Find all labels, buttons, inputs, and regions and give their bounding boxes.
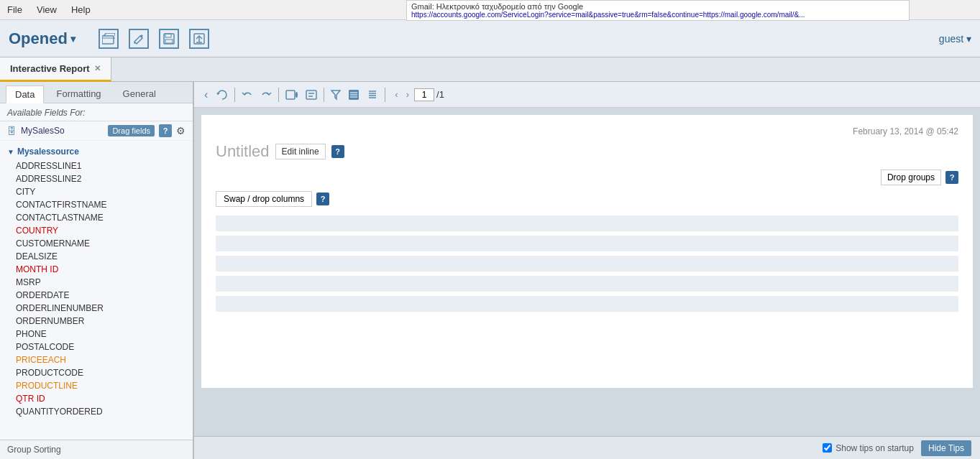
app-title-text: Opened xyxy=(9,29,68,48)
field-item-addressline2[interactable]: ADDRESSLINE2 xyxy=(0,172,193,185)
export-icon[interactable] xyxy=(189,29,209,49)
open-folder-icon[interactable] xyxy=(99,29,119,49)
field-item-contactfirstname[interactable]: CONTACTFIRSTNAME xyxy=(0,198,193,211)
toolbar-separator-3 xyxy=(324,88,324,102)
hide-tips-button[interactable]: Hide Tips xyxy=(921,440,971,456)
field-item-postalcode[interactable]: POSTALCODE xyxy=(0,340,193,353)
group-sorting[interactable]: Group Sorting xyxy=(0,440,193,459)
field-item-dealsize[interactable]: DEALSIZE xyxy=(0,250,193,263)
field-item-productcode[interactable]: PRODUCTCODE xyxy=(0,366,193,379)
field-item-monthid[interactable]: MONTH ID xyxy=(0,263,193,276)
menu-file[interactable]: File xyxy=(7,4,22,15)
placeholder-row-5 xyxy=(216,296,958,312)
field-item-productline[interactable]: PRODUCTLINE xyxy=(0,379,193,392)
menu-help[interactable]: Help xyxy=(71,4,91,15)
canvas-area: February 13, 2014 @ 05:42 Untitled Edit … xyxy=(194,108,980,436)
tab-close-icon[interactable]: ✕ xyxy=(94,64,101,73)
app-title-chevron: ▾ xyxy=(70,33,75,45)
tab-interactive-report[interactable]: Interactive Report ✕ xyxy=(0,57,111,82)
next-page-button[interactable]: › xyxy=(403,88,412,101)
field-item-orderlinenumber[interactable]: ORDERLINENUMBER xyxy=(0,302,193,315)
svg-rect-0 xyxy=(102,36,114,44)
collapse-panel-button[interactable]: ‹ xyxy=(200,87,212,103)
field-item-qtrid[interactable]: QTR ID xyxy=(0,392,193,405)
group-button[interactable] xyxy=(345,88,362,102)
content-area: Data Formatting General Available Fields… xyxy=(0,82,980,459)
undo-button[interactable] xyxy=(239,88,256,102)
field-item-country[interactable]: COUNTRY xyxy=(0,224,193,237)
insert-button[interactable] xyxy=(283,88,301,102)
sub-tab-data[interactable]: Data xyxy=(6,85,44,103)
sub-tabs: Data Formatting General xyxy=(0,82,193,103)
field-item-contactlastname[interactable]: CONTACTLASTNAME xyxy=(0,211,193,224)
refresh-button[interactable] xyxy=(214,88,231,102)
redo-button[interactable] xyxy=(257,88,275,102)
toolbar-icons xyxy=(99,29,209,49)
group-collapse-arrow[interactable]: ▼ xyxy=(7,148,14,156)
field-list: ▼ Mysalessource ADDRESSLINE1 ADDRESSLINE… xyxy=(0,141,193,440)
report-title-text: Untitled xyxy=(216,142,270,161)
list-button[interactable] xyxy=(364,88,381,102)
tab-bar: Interactive Report ✕ xyxy=(0,57,980,82)
menu-view[interactable]: View xyxy=(37,4,57,15)
placeholder-row-4 xyxy=(216,276,958,292)
filter-button[interactable] xyxy=(328,88,344,102)
report-title-row: Untitled Edit inline ? xyxy=(216,142,958,161)
group-sorting-label: Group Sorting xyxy=(7,445,61,455)
toolbar-separator-4 xyxy=(385,88,385,102)
available-fields-header: Available Fields For: xyxy=(0,103,193,121)
toolbar-separator-2 xyxy=(278,88,279,102)
guest-label[interactable]: guest ▾ xyxy=(939,33,971,45)
swap-drop-button[interactable]: Swap / drop columns xyxy=(216,191,312,207)
field-item-city[interactable]: CITY xyxy=(0,185,193,198)
svg-rect-5 xyxy=(286,91,295,99)
main-toolbar: Opened ▾ xyxy=(0,20,980,57)
page-input[interactable] xyxy=(414,88,434,101)
datasource-name[interactable]: MySalesSo xyxy=(21,126,104,136)
query-button[interactable] xyxy=(303,88,320,102)
field-item-quantityordered[interactable]: QUANTITYORDERED xyxy=(0,405,193,418)
url-link: https://accounts.google.com/ServiceLogin… xyxy=(411,11,905,19)
edit-inline-help-button[interactable]: ? xyxy=(331,145,344,158)
drag-fields-button[interactable]: Drag fields xyxy=(108,125,155,136)
show-tips-label: Show tips on startup xyxy=(823,443,914,453)
left-panel: Data Formatting General Available Fields… xyxy=(0,82,194,459)
drop-groups-help-button[interactable]: ? xyxy=(945,171,958,184)
toolbar-separator-1 xyxy=(234,88,235,102)
field-item-ordernumber[interactable]: ORDERNUMBER xyxy=(0,315,193,328)
report-date: February 13, 2014 @ 05:42 xyxy=(216,126,958,136)
svg-rect-3 xyxy=(165,40,173,43)
sub-tab-formatting[interactable]: Formatting xyxy=(47,85,110,103)
field-item-addressline1[interactable]: ADDRESSLINE1 xyxy=(0,159,193,172)
drag-fields-help-button[interactable]: ? xyxy=(159,124,172,137)
right-panel: ‹ xyxy=(194,82,980,459)
field-item-msrp[interactable]: MSRP xyxy=(0,276,193,289)
field-item-customername[interactable]: CUSTOMERNAME xyxy=(0,237,193,250)
field-item-orderdate[interactable]: ORDERDATE xyxy=(0,289,193,302)
swap-drop-help-button[interactable]: ? xyxy=(316,193,329,205)
app-title[interactable]: Opened ▾ xyxy=(9,29,75,48)
show-tips-checkbox[interactable] xyxy=(823,443,832,453)
url-title: Gmail: Ηλεκτρονικό ταχυδρομείο από την G… xyxy=(411,2,905,11)
settings-gear-button[interactable]: ⚙ xyxy=(176,125,186,136)
fields-row: 🗄 MySalesSo Drag fields ? ⚙ xyxy=(0,121,193,141)
field-item-priceeach[interactable]: PRICEEACH xyxy=(0,353,193,366)
placeholder-row-1 xyxy=(216,215,958,231)
field-item-phone[interactable]: PHONE xyxy=(0,328,193,340)
prev-page-button[interactable]: ‹ xyxy=(392,88,400,101)
page-total: /1 xyxy=(436,89,444,100)
edit-inline-button[interactable]: Edit inline xyxy=(275,144,326,159)
swap-drop-row: Swap / drop columns ? xyxy=(216,191,958,207)
page-nav: ‹ › /1 xyxy=(392,88,444,101)
drop-groups-button[interactable]: Drop groups xyxy=(881,170,941,185)
svg-rect-6 xyxy=(306,91,316,99)
available-fields-label: Available Fields For: xyxy=(7,108,86,118)
report-canvas: February 13, 2014 @ 05:42 Untitled Edit … xyxy=(201,115,973,388)
field-group-header: ▼ Mysalessource xyxy=(0,144,193,159)
database-icon: 🗄 xyxy=(7,126,17,136)
tab-label: Interactive Report xyxy=(10,63,90,74)
field-group-name: Mysalessource xyxy=(17,147,79,157)
edit-icon[interactable] xyxy=(129,29,149,49)
sub-tab-general[interactable]: General xyxy=(114,85,165,103)
save-icon[interactable] xyxy=(159,29,179,49)
